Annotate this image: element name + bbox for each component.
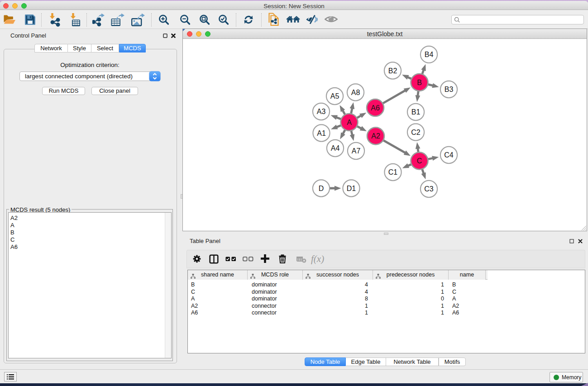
svg-text:C2: C2 (411, 129, 421, 136)
svg-text:B2: B2 (388, 67, 397, 75)
svg-text:C4: C4 (444, 151, 454, 159)
svg-text:A: A (347, 119, 352, 126)
svg-text:A4: A4 (331, 144, 340, 152)
svg-text:A2: A2 (371, 132, 380, 140)
svg-text:C: C (417, 157, 422, 165)
svg-text:A6: A6 (371, 104, 380, 112)
svg-text:A1: A1 (317, 129, 326, 137)
svg-text:A8: A8 (351, 89, 360, 96)
svg-text:C1: C1 (388, 168, 398, 176)
svg-text:C3: C3 (424, 185, 434, 193)
svg-text:A5: A5 (330, 92, 339, 100)
svg-text:B3: B3 (445, 86, 454, 93)
svg-text:A7: A7 (352, 147, 361, 155)
svg-text:B4: B4 (425, 51, 434, 58)
svg-text:D1: D1 (347, 185, 356, 192)
svg-text:A3: A3 (317, 108, 326, 115)
svg-text:B: B (417, 79, 422, 86)
svg-text:D: D (319, 185, 324, 192)
svg-text:B1: B1 (411, 108, 421, 116)
